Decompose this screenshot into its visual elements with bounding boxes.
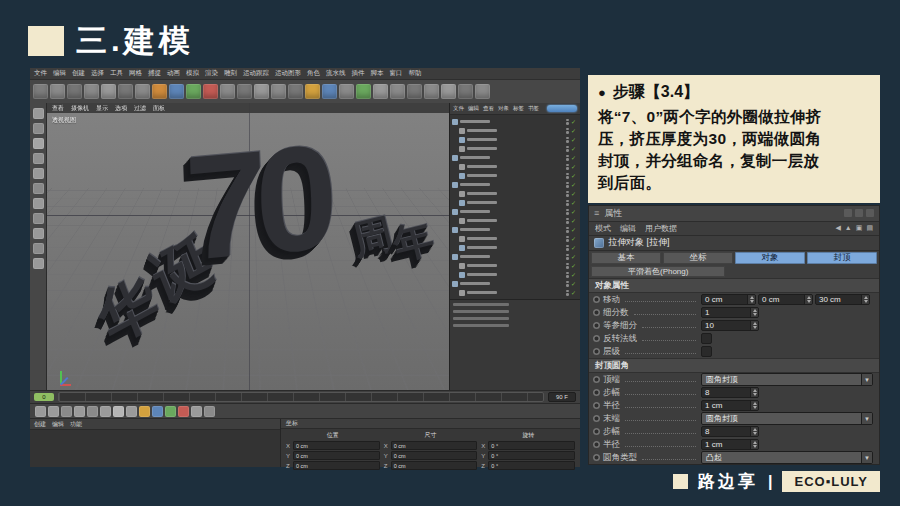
attr-menu-item[interactable]: 模式 — [595, 223, 611, 234]
visibility-dots[interactable] — [566, 146, 569, 152]
keyframe-dot-icon[interactable] — [593, 389, 600, 396]
visibility-dots[interactable] — [566, 155, 569, 161]
enabled-check-icon[interactable]: ✓ — [571, 146, 576, 152]
number-field[interactable]: 1 — [701, 307, 759, 318]
enabled-check-icon[interactable]: ✓ — [571, 209, 576, 215]
tool-icon[interactable] — [33, 108, 44, 119]
toolbar-icon[interactable] — [169, 84, 184, 99]
om-filter-button[interactable] — [547, 105, 577, 112]
checkbox[interactable] — [701, 346, 712, 357]
dropdown[interactable]: 圆角封顶▼ — [701, 412, 873, 425]
keyframe-dot-icon[interactable] — [593, 428, 600, 435]
transport-icon[interactable] — [87, 406, 98, 417]
keyframe-dot-icon[interactable] — [593, 402, 600, 409]
visibility-dots[interactable] — [566, 236, 569, 242]
model-3d-text[interactable]: 华 诞 70 周 年 — [55, 105, 449, 387]
object-row[interactable]: ✓ — [452, 198, 578, 207]
keyframe-dot-icon[interactable] — [593, 415, 600, 422]
transport-icon[interactable] — [178, 406, 189, 417]
menu-item[interactable]: 选择 — [91, 69, 104, 78]
menu-item[interactable]: 创建 — [72, 69, 85, 78]
panel-icon[interactable] — [844, 209, 852, 217]
coord-field[interactable]: 0 cm — [391, 451, 478, 460]
transport-icon[interactable] — [191, 406, 202, 417]
attr-tab-坐标[interactable]: 坐标 — [663, 252, 733, 264]
visibility-dots[interactable] — [566, 290, 569, 296]
timeline[interactable]: 0 90 F — [30, 390, 580, 403]
toolbar-icon[interactable] — [101, 84, 116, 99]
menu-item[interactable]: 角色 — [307, 69, 320, 78]
lock-icon[interactable]: ▣ — [856, 224, 863, 232]
object-row[interactable]: ✓ — [452, 153, 578, 162]
toolbar-icon[interactable] — [475, 84, 490, 99]
menu-item[interactable]: 动画 — [167, 69, 180, 78]
attr-menu-item[interactable]: 用户数据 — [645, 223, 677, 234]
number-field[interactable]: 1 cm — [701, 400, 759, 411]
transport-icon[interactable] — [126, 406, 137, 417]
coord-field[interactable]: 0 ° — [488, 461, 575, 470]
object-row[interactable]: ✓ — [452, 225, 578, 234]
coord-field[interactable]: 0 cm — [293, 441, 380, 450]
object-row[interactable]: ✓ — [452, 117, 578, 126]
visibility-dots[interactable] — [566, 164, 569, 170]
toolbar-icon[interactable] — [220, 84, 235, 99]
menu-item[interactable]: 流水线 — [326, 69, 346, 78]
up-arrow-icon[interactable]: ▲ — [845, 224, 852, 232]
coord-field[interactable]: 0 cm — [293, 451, 380, 460]
om-menu-item[interactable]: 标签 — [513, 105, 524, 112]
object-row[interactable]: ✓ — [452, 216, 578, 225]
visibility-dots[interactable] — [566, 263, 569, 269]
number-field[interactable]: 10 — [701, 320, 759, 331]
object-row[interactable]: ✓ — [452, 180, 578, 189]
timeline-track[interactable] — [58, 392, 544, 402]
timeline-end-field[interactable]: 90 F — [548, 392, 576, 402]
om-menu-item[interactable]: 查看 — [483, 105, 494, 112]
object-row[interactable]: ✓ — [452, 234, 578, 243]
toolbar-icon[interactable] — [322, 84, 337, 99]
enabled-check-icon[interactable]: ✓ — [571, 281, 576, 287]
toolbar-icon[interactable] — [390, 84, 405, 99]
visibility-dots[interactable] — [566, 200, 569, 206]
coord-field[interactable]: 0 cm — [391, 441, 478, 450]
toolbar-icon[interactable] — [356, 84, 371, 99]
menu-item[interactable]: 捕捉 — [148, 69, 161, 78]
dropdown[interactable]: 凸起▼ — [701, 451, 873, 464]
toolbar-icon[interactable] — [424, 84, 439, 99]
visibility-dots[interactable] — [566, 245, 569, 251]
number-field[interactable]: 0 cm — [701, 294, 756, 305]
toolbar-icon[interactable] — [152, 84, 167, 99]
object-row[interactable]: ✓ — [452, 279, 578, 288]
toolbar-icon[interactable] — [288, 84, 303, 99]
enabled-check-icon[interactable]: ✓ — [571, 200, 576, 206]
visibility-dots[interactable] — [566, 128, 569, 134]
panel-icon[interactable] — [866, 209, 874, 217]
enabled-check-icon[interactable]: ✓ — [571, 119, 576, 125]
dropdown[interactable]: 圆角封顶▼ — [701, 373, 873, 386]
timeline-playhead[interactable]: 0 — [34, 393, 54, 401]
coord-field[interactable]: 0 ° — [488, 451, 575, 460]
enabled-check-icon[interactable]: ✓ — [571, 236, 576, 242]
enabled-check-icon[interactable]: ✓ — [571, 263, 576, 269]
toolbar-icon[interactable] — [407, 84, 422, 99]
object-row[interactable]: ✓ — [452, 189, 578, 198]
section-object-properties[interactable]: 对象属性 — [589, 278, 879, 293]
object-row[interactable]: ✓ — [452, 171, 578, 180]
viewport-menu-item[interactable]: 摄像机 — [71, 104, 89, 113]
material-menu-item[interactable]: 创建 — [34, 420, 46, 429]
visibility-dots[interactable] — [566, 191, 569, 197]
keyframe-dot-icon[interactable] — [593, 376, 600, 383]
menu-item[interactable]: 编辑 — [53, 69, 66, 78]
object-row[interactable]: ✓ — [452, 135, 578, 144]
toolbar-icon[interactable] — [135, 84, 150, 99]
object-row[interactable]: ✓ — [452, 261, 578, 270]
transport-icon[interactable] — [113, 406, 124, 417]
viewport[interactable]: 查看摄像机显示选项过滤面板 透视视图 华 诞 70 周 年 — [47, 103, 449, 390]
visibility-dots[interactable] — [566, 254, 569, 260]
tool-icon[interactable] — [33, 183, 44, 194]
keyframe-dot-icon[interactable] — [593, 348, 600, 355]
object-row[interactable]: ✓ — [452, 144, 578, 153]
number-field[interactable]: 1 cm — [701, 439, 759, 450]
viewport-menu-item[interactable]: 面板 — [153, 104, 165, 113]
transport-icon[interactable] — [204, 406, 215, 417]
visibility-dots[interactable] — [566, 227, 569, 233]
